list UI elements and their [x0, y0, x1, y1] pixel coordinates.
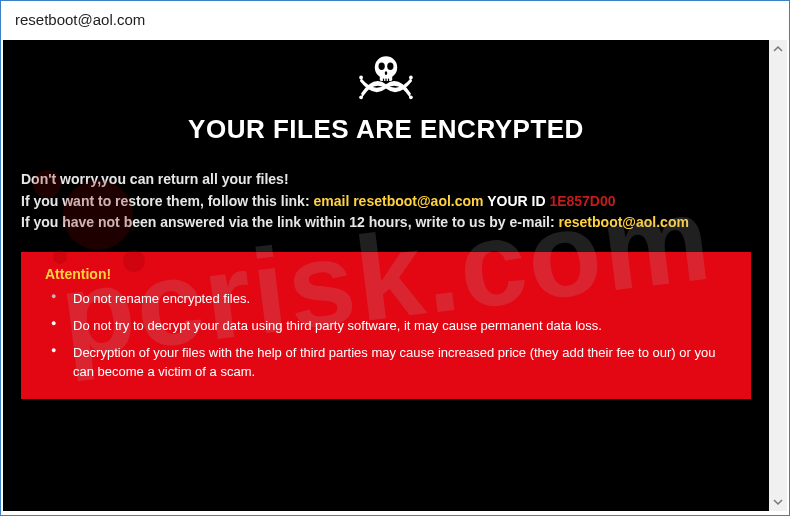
window-titlebar: resetboot@aol.com	[1, 1, 789, 38]
app-window: resetboot@aol.com pcrisk.com	[0, 0, 790, 516]
scroll-up-arrow-icon[interactable]	[769, 40, 787, 58]
intro-email-label: email	[313, 193, 353, 209]
pirate-skull-icon	[21, 50, 751, 110]
contact-email-2: resetboot@aol.com	[559, 214, 689, 230]
svg-point-10	[359, 95, 363, 99]
ransom-note-content: pcrisk.com YOUR FILES	[3, 40, 769, 511]
svg-rect-7	[388, 79, 389, 82]
svg-point-3	[387, 62, 393, 69]
contact-email-1: resetboot@aol.com	[353, 193, 483, 209]
content-wrapper: pcrisk.com YOUR FILES	[1, 38, 789, 515]
window-title: resetboot@aol.com	[15, 11, 145, 28]
vertical-scrollbar[interactable]	[769, 40, 787, 511]
user-id: 1E857D00	[549, 193, 615, 209]
svg-point-9	[409, 76, 413, 80]
svg-point-2	[379, 62, 385, 69]
your-id-label: YOUR ID	[484, 193, 550, 209]
svg-point-4	[385, 71, 387, 75]
scroll-down-arrow-icon[interactable]	[769, 493, 787, 511]
attention-item: Decryption of your files with the help o…	[45, 344, 727, 382]
svg-rect-6	[385, 79, 386, 82]
svg-point-11	[409, 95, 413, 99]
attention-item: Do not try to decrypt your data using th…	[45, 317, 727, 336]
attention-list: Do not rename encrypted files. Do not tr…	[45, 290, 727, 381]
headline: YOUR FILES ARE ENCRYPTED	[21, 114, 751, 145]
attention-item: Do not rename encrypted files.	[45, 290, 727, 309]
svg-rect-5	[383, 79, 384, 82]
svg-point-8	[359, 76, 363, 80]
